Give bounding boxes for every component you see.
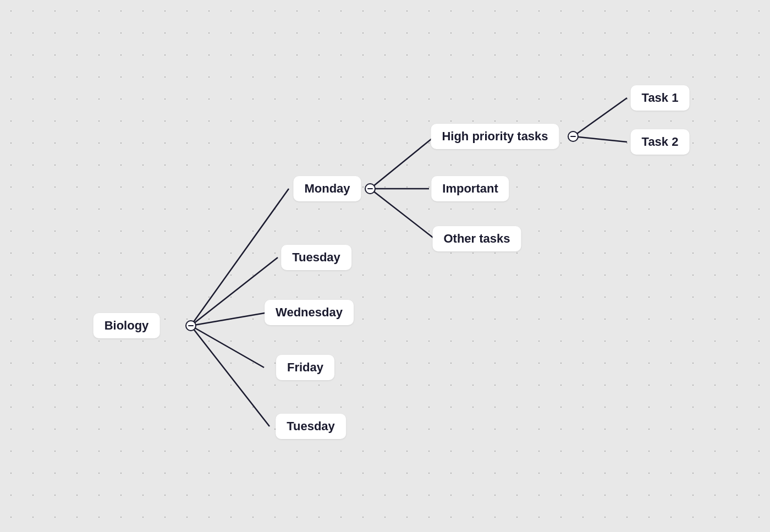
biology-connector[interactable] [185,320,196,331]
important-node[interactable]: Important [431,176,509,201]
high-priority-connector[interactable] [568,131,579,142]
svg-line-3 [191,326,264,368]
monday-node[interactable]: Monday [293,176,361,201]
high-priority-node[interactable]: High priority tasks [431,124,559,149]
tuesday1-node[interactable]: Tuesday [281,245,351,270]
svg-line-4 [191,326,270,426]
friday-node[interactable]: Friday [276,355,334,380]
monday-connector[interactable] [365,183,376,194]
wednesday-node[interactable]: Wednesday [265,300,354,325]
svg-line-8 [573,98,627,136]
svg-line-9 [573,136,627,142]
task1-node[interactable]: Task 1 [631,85,690,111]
biology-node[interactable]: Biology [94,313,160,338]
svg-line-5 [370,136,435,189]
mind-map-canvas: Biology Monday Tuesday Wednesday Friday … [0,0,770,532]
svg-line-7 [370,189,435,239]
tuesday2-node[interactable]: Tuesday [276,414,346,439]
connection-lines [0,0,770,532]
task2-node[interactable]: Task 2 [631,129,690,155]
other-tasks-node[interactable]: Other tasks [432,226,521,251]
svg-line-2 [191,312,268,326]
